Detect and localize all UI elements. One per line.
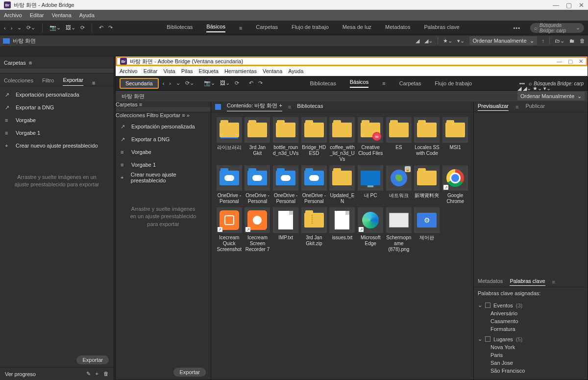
ws-flujo[interactable]: Flujo de trabajo: [292, 24, 329, 32]
funnel-icon[interactable]: ▾⌄: [457, 38, 465, 44]
thumbnail-item[interactable]: Bridge_HDESD: [301, 117, 327, 162]
thumbnail-item[interactable]: Updated_EN: [329, 165, 356, 204]
tab-palabras-clave[interactable]: Palabras clave: [510, 278, 545, 286]
keyword-item[interactable]: San Jose: [478, 359, 584, 367]
sw-tab-filtro[interactable]: Filtro: [147, 112, 158, 118]
ws-basicos-menu-icon[interactable]: ≡: [239, 25, 242, 31]
thumbnail-item[interactable]: ES: [386, 117, 412, 162]
sw-ws-flujo[interactable]: Flujo de trabajo: [435, 80, 472, 86]
thumbnail-item[interactable]: issues.txt: [329, 207, 356, 253]
sw-menu-ventana[interactable]: Ventana: [263, 68, 282, 74]
ws-palabras[interactable]: Palabras clave: [424, 24, 459, 32]
open-in-icon[interactable]: 🗁⌄: [555, 38, 564, 44]
sw-carpetas-menu-icon[interactable]: ≡: [139, 101, 142, 107]
thumbnail-item[interactable]: 내 PC: [357, 165, 384, 204]
reveal-icon[interactable]: 📷⌄: [49, 25, 61, 31]
ws-bibliotecas[interactable]: Bibliotecas: [167, 24, 193, 32]
secondary-button[interactable]: Secundaria: [120, 78, 159, 89]
sw-menu-herramientas[interactable]: Herramientas: [224, 68, 257, 74]
tab-previsualizar[interactable]: Previsualizar: [478, 103, 509, 111]
sw-camera-icon[interactable]: 🖼⌄: [220, 80, 230, 86]
thumbnail-item[interactable]: ↗Icecream Quick Screenshot: [216, 207, 243, 253]
sw-thumb-icon-2[interactable]: ◢⌄: [523, 85, 531, 91]
sw-menu-vista[interactable]: Vista: [163, 68, 175, 74]
thumbnail-item[interactable]: 3rd Jan Gkit.zip: [301, 207, 327, 253]
thumbnail-item[interactable]: Locales SS with Code: [414, 117, 441, 162]
progress-label[interactable]: Ver progreso: [5, 371, 36, 377]
overflow-icon[interactable]: •••: [513, 25, 520, 31]
sw-reveal-icon[interactable]: 📷⌄: [204, 80, 215, 86]
thumbnail-item[interactable]: ↗Google Chrome: [442, 165, 468, 204]
thumb-size-icon[interactable]: ◢: [416, 38, 419, 44]
tab-exportar[interactable]: Exportar: [63, 77, 83, 86]
tab-colecciones[interactable]: Colecciones: [4, 77, 33, 86]
sw-menu-ayuda[interactable]: Ayuda: [288, 68, 303, 74]
menu-archivo[interactable]: Archivo: [4, 12, 22, 18]
content-title-menu-icon[interactable]: ≡: [288, 104, 291, 110]
carpetas-menu-icon[interactable]: ≡: [29, 60, 32, 66]
refresh-icon[interactable]: ⟳: [80, 25, 85, 31]
export-button[interactable]: Exportar: [76, 355, 109, 364]
thumbnail-item[interactable]: ⚙제어판: [414, 207, 441, 253]
back-icon[interactable]: ‹: [4, 25, 6, 31]
thumbnail-item[interactable]: bottle_round_n3d_UVs: [272, 117, 299, 162]
thumbnail-item[interactable]: coffee_with_lid_n3d_UVs: [329, 117, 356, 162]
sw-maximize-button[interactable]: ▢: [568, 58, 573, 65]
sw-close-button[interactable]: ✕: [579, 58, 583, 65]
export-preset-item[interactable]: +Crear nuevo ajuste preestablecido: [0, 139, 114, 152]
export-preset-item[interactable]: +Crear nuevo ajuste preestablecido: [116, 171, 211, 184]
rotate-ccw-icon[interactable]: ↶: [99, 25, 103, 31]
keyword-item[interactable]: São Francisco: [478, 367, 584, 375]
thumbnail-item[interactable]: IMP.txt: [272, 207, 299, 253]
new-folder-icon[interactable]: 🖿: [569, 38, 575, 44]
thumbnail-item[interactable]: OneDrive - Personal: [245, 165, 271, 204]
thumbnail-item[interactable]: Schermopname (878).png: [386, 207, 412, 253]
minimize-button[interactable]: —: [553, 1, 559, 9]
sw-back-icon[interactable]: ‹: [163, 80, 165, 86]
up-dropdown-icon[interactable]: ⌄: [17, 25, 22, 31]
sw-menu-pilas[interactable]: Pilas: [181, 68, 193, 74]
trash-icon[interactable]: 🗑: [580, 38, 585, 44]
tab-kw-menu-icon[interactable]: ≡: [552, 279, 555, 285]
thumbnail-item[interactable]: 라이브러리: [216, 117, 243, 162]
sw-menu-editar[interactable]: Editar: [144, 68, 158, 74]
menu-editar[interactable]: Editar: [30, 12, 44, 18]
sw-recent-icon[interactable]: ⟳⌄: [185, 80, 194, 86]
sw-breadcrumb[interactable]: 바탕 화면: [122, 93, 145, 100]
sw-export-button[interactable]: Exportar: [173, 368, 206, 377]
sw-ws-menu-icon[interactable]: ≡: [382, 80, 385, 86]
thumbnail-item[interactable]: OneDrive - Personal: [301, 165, 327, 204]
search-dropdown-icon[interactable]: ⌄: [576, 25, 580, 31]
breadcrumb[interactable]: 바탕 화면: [13, 37, 36, 45]
menu-ayuda[interactable]: Ayuda: [79, 12, 95, 18]
checkbox[interactable]: [485, 303, 490, 308]
ws-mesa[interactable]: Mesa de luz: [343, 24, 371, 32]
ws-metadatos[interactable]: Metadatos: [385, 24, 410, 32]
thumbnail-item[interactable]: ∞Creative Cloud Files: [357, 117, 384, 162]
filter-icon[interactable]: ★⌄: [443, 38, 452, 44]
sw-menu-archivo[interactable]: Archivo: [120, 68, 138, 74]
thumbnail-item[interactable]: OneDrive - Personal: [216, 165, 243, 204]
camera-icon[interactable]: 🖼⌄: [66, 25, 75, 31]
keyword-item[interactable]: Aniversário: [478, 309, 584, 317]
sort-select[interactable]: Ordenar Manualmente⌄: [469, 36, 537, 45]
export-preset-item[interactable]: ≡Vorgabe: [116, 146, 211, 158]
ws-carpetas[interactable]: Carpetas: [256, 24, 278, 32]
sw-carpetas-label[interactable]: Carpetas: [116, 101, 138, 107]
maximize-button[interactable]: ▢: [566, 1, 572, 9]
keyword-group[interactable]: ⌄Eventos (3): [478, 301, 584, 309]
carpetas-label[interactable]: Carpetas: [4, 60, 26, 66]
content-title[interactable]: Contenido: 바탕 화면 +: [227, 102, 282, 111]
sw-tab-exportar[interactable]: Exportar: [160, 112, 181, 118]
export-preset-item[interactable]: ≡Vorgabe 1: [0, 127, 114, 139]
sw-menu-etiqueta[interactable]: Etiqueta: [199, 68, 219, 74]
menu-ventana[interactable]: Ventana: [51, 12, 71, 18]
tab-prev-menu-icon[interactable]: ≡: [515, 104, 518, 110]
export-preset-item[interactable]: ≡Vorgabe 1: [116, 158, 211, 171]
keyword-item[interactable]: Formatura: [478, 325, 584, 333]
delete-icon[interactable]: 🗑: [103, 371, 109, 377]
sw-rotate-cw-icon[interactable]: ↷: [258, 80, 263, 86]
ws-basicos[interactable]: Básicos: [206, 24, 225, 32]
sw-funnel-icon[interactable]: ▾⌄: [543, 85, 551, 91]
export-preset-item[interactable]: ≡Vorgabe: [0, 114, 114, 127]
